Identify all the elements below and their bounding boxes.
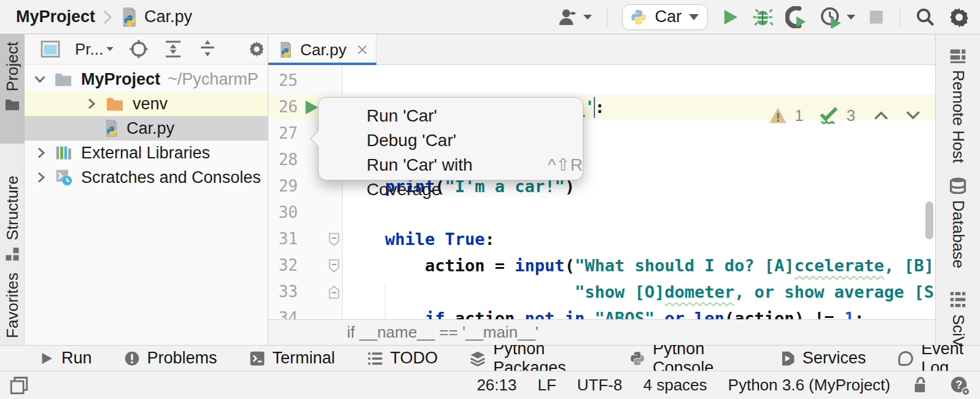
fold-marker-icon[interactable] [329,285,340,299]
collapse-all-button[interactable] [198,39,217,59]
chevron-down-icon [107,47,114,51]
run-with-coverage-button[interactable] [820,6,855,28]
editor-breadcrumb-bar[interactable]: if __name__ == '__main__' [268,319,935,345]
sidebar-tab-label: Structure [3,176,22,241]
terminal-icon [249,351,265,366]
tree-item-label: MyProject [81,70,160,89]
sidebar-tab-structure[interactable]: Structure [0,176,25,261]
svg-text:?: ? [955,378,962,390]
panel-settings-gear-button[interactable] [247,39,266,59]
tree-item-label: Scratches and Consoles [81,168,261,187]
editor-code-area[interactable]: 1 3 Run 'Car' Debug 'Car' Run 'Car' with… [268,65,935,319]
sidebar-tab-label: Database [949,200,968,268]
line-number: 25 [268,68,298,94]
passed-count: 3 [847,106,855,125]
breadcrumb-file[interactable]: Car.py [144,7,192,26]
editor-tab-bar: Car.py [268,34,935,65]
project-view-icon [41,41,60,58]
next-issue-chevron-icon[interactable] [904,108,922,123]
editor-scrollbar-thumb[interactable] [925,201,933,239]
warning-count: 1 [795,106,803,125]
chevron-right-icon[interactable] [33,169,49,185]
sidebar-tab-project[interactable]: Project [0,34,25,144]
chevron-right-icon[interactable] [33,145,49,161]
line-number: 29 [268,173,298,200]
editor-area: Car.py 1 3 Run 'Car' Debug 'Car' Run 'Ca… [268,34,935,345]
breadcrumb-scope: if __name__ == '__main__' [347,323,539,342]
code-line[interactable]: action = input("What should I do? [A]cce… [345,252,935,279]
run-button[interactable] [720,7,740,27]
chevron-down-icon[interactable] [32,71,48,87]
line-number: 26 [268,94,298,120]
fold-marker-icon[interactable] [329,233,340,246]
user-icon [558,7,578,28]
expand-all-button[interactable] [163,39,183,59]
settings-gear-button[interactable] [948,6,970,28]
indent-setting[interactable]: 4 spaces [643,376,707,395]
bottom-tool-bar: Run Problems Terminal TODO Python Packag… [0,345,980,371]
python-icon [630,9,647,26]
stop-button[interactable] [868,9,885,26]
code-line[interactable]: "show [O]dometer, or show average [S]pee… [345,279,935,305]
code-line[interactable]: while True: [345,226,495,252]
tree-row-carpy[interactable]: Car.py [25,116,268,141]
inspection-profile-icon[interactable]: ? [949,375,970,396]
python-console-icon [629,351,645,366]
popup-item-debug[interactable]: Debug 'Car' [367,128,583,153]
services-icon [779,351,795,366]
tree-row-external-libraries[interactable]: External Libraries [25,141,268,165]
breadcrumb-project[interactable]: MyProject [16,7,95,26]
popup-item-coverage[interactable]: Run 'Car' with Coverage^⇧R [367,153,583,202]
python-file-icon [120,7,138,28]
warning-triangle-icon [769,107,787,124]
run-configuration-label: Car [655,7,682,26]
line-number: 33 [268,279,298,305]
caret-position[interactable]: 26:13 [476,376,516,395]
python-file-icon [278,41,293,58]
tree-row-myproject[interactable]: MyProject ~/PycharmP [25,67,268,91]
toolwindow-terminal[interactable]: Terminal [249,349,335,368]
interpreter-label[interactable]: Python 3.6 (MyProject) [728,376,890,395]
coverage-clock-icon [820,6,842,28]
text-caret [594,97,596,118]
toolwindow-switcher-icon[interactable] [9,375,29,396]
code-line[interactable]: if action not in "ABOS" or len(action) !… [345,305,864,319]
line-number: 30 [268,200,298,226]
fold-marker-icon[interactable] [329,259,340,273]
close-icon[interactable] [356,44,368,56]
user-account-button[interactable] [558,7,592,28]
project-view-select[interactable]: Pr... [75,40,114,59]
profile-button[interactable] [785,6,807,28]
editor-tab-label: Car.py [300,41,346,60]
todo-list-icon [367,351,383,366]
debug-button[interactable] [752,7,773,28]
sidebar-tab-database[interactable]: Database [936,177,980,268]
tree-item-label: Car.py [126,119,174,138]
packages-icon [470,351,486,366]
run-configuration-select[interactable]: Car [622,4,708,30]
toolwindow-run[interactable]: Run [39,349,92,368]
editor-tab-carpy[interactable]: Car.py [268,34,376,65]
sidebar-tab-remote-host[interactable]: Remote Host [936,48,980,163]
search-everywhere-button[interactable] [915,7,936,28]
event-log-icon [898,351,914,366]
main-toolbar: MyProject Car.py Car [0,0,980,34]
toolwindow-services[interactable]: Services [779,349,866,368]
folder-orange-icon [106,96,124,112]
toolwindow-todo[interactable]: TODO [367,349,438,368]
file-encoding[interactable]: UTF-8 [577,376,623,395]
toolwindow-problems[interactable]: Problems [124,349,217,368]
remote-host-icon [949,48,966,64]
inspections-widget[interactable]: 1 3 [769,106,922,125]
shortcut-hint: ^⇧R [548,153,583,177]
prev-issue-chevron-icon[interactable] [873,108,890,123]
tree-row-scratches[interactable]: Scratches and Consoles [25,165,268,190]
chevron-down-icon [689,14,699,20]
unlock-icon[interactable] [911,376,928,395]
right-tool-strip: Remote Host Database SciV [935,34,980,345]
chevron-right-icon[interactable] [84,96,99,112]
popup-item-run[interactable]: Run 'Car' [367,104,583,128]
tree-row-venv[interactable]: venv [25,91,268,116]
locate-file-button[interactable] [129,39,149,59]
line-ending[interactable]: LF [537,376,556,395]
